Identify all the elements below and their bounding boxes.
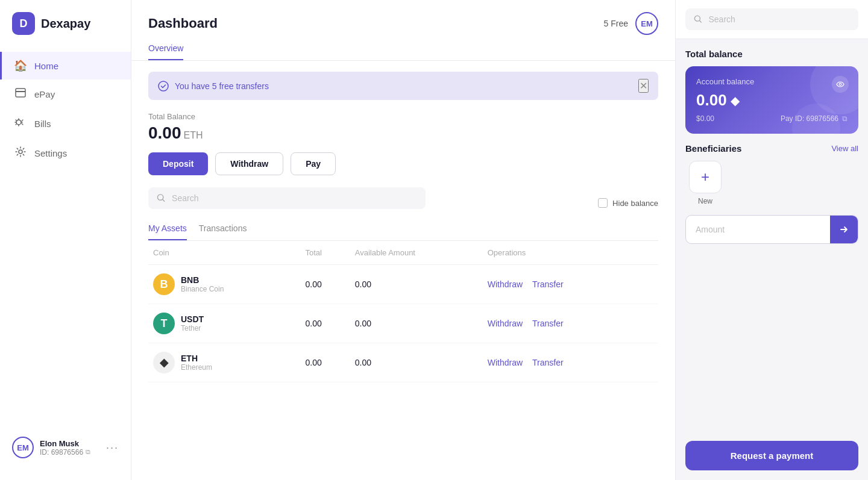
right-search-inner [685,8,858,30]
home-icon: 🏠 [14,59,27,72]
beneficiaries-title: Beneficiaries [685,143,741,154]
copy-id-icon[interactable]: ⧉ [86,448,90,456]
right-search-section [676,0,868,39]
beneficiaries-header: Beneficiaries View all [685,143,858,154]
nav-label-epay: ePay [34,89,55,99]
sidebar: D Dexapay 🏠 Home ePay Bills Settings [0,0,131,480]
amount-section [685,215,858,244]
coin-cell: B BNB Binance Coin [153,273,295,295]
tab-overview[interactable]: Overview [148,43,183,60]
nav-label-bills: Bills [34,119,51,129]
beneficiaries-section: Beneficiaries View all + New [685,143,858,205]
svg-point-7 [839,83,841,86]
add-beneficiary-button[interactable]: + [689,161,722,193]
balance-card: Account balance 0.00 ◆ $0.00 Pay ID: 698… [685,66,858,134]
user-name: Elon Musk [40,439,100,448]
coin-total: 0.00 [300,304,350,343]
search-bar [148,187,426,209]
copy-payid-icon[interactable]: ⧉ [842,114,848,123]
tab-my-assets[interactable]: My Assets [148,223,187,240]
pay-button[interactable]: Pay [291,152,336,175]
withdraw-link-bnb[interactable]: Withdraw [488,279,523,289]
card-amount: 0.00 [696,91,727,110]
col-available: Available Amount [350,241,483,265]
withdraw-button[interactable]: Withdraw [215,152,283,175]
tab-transactions[interactable]: Transactions [199,223,247,240]
table-row: ◆ ETH Ethereum 0.00 0.00 Withdraw Transf… [148,343,658,382]
amount-input-row [685,215,858,244]
total-balance-label: Total Balance [148,112,658,121]
search-icon [157,193,166,203]
header-avatar[interactable]: EM [635,12,658,35]
coin-fullname: Ethereum [181,363,212,372]
amount-input[interactable] [686,216,830,243]
right-total-balance-title: Total balance [685,49,858,59]
col-total: Total [300,241,350,265]
card-label: Account balance [696,77,848,86]
balance-currency: ETH [184,130,203,140]
coin-fullname: Binance Coin [181,285,224,293]
search-input[interactable] [172,193,417,203]
request-payment-button[interactable]: Request a payment [685,441,858,470]
sidebar-item-bills[interactable]: Bills [0,109,131,139]
svg-rect-1 [16,91,25,92]
hide-balance-checkbox[interactable] [598,198,608,208]
card-usd: $0.00 [696,114,714,123]
coin-available: 0.00 [350,304,483,343]
amount-submit-button[interactable] [830,216,858,243]
transfer-link-usdt[interactable]: Transfer [532,319,564,328]
table-row: B BNB Binance Coin 0.00 0.00 Withdraw Tr… [148,265,658,304]
col-operations: Operations [483,241,658,265]
check-circle-icon [158,81,169,92]
view-all-link[interactable]: View all [831,144,858,153]
free-transfers-banner: You have 5 free transfers ✕ [148,72,658,100]
table-row: T USDT Tether 0.00 0.00 Withdraw Transfe… [148,304,658,343]
coin-name: BNB [181,275,224,285]
main-tabs: Overview [131,35,675,61]
nav-label-settings: Settings [34,148,67,158]
svg-point-2 [16,120,21,125]
sidebar-footer: EM Elon Musk ID: 69876566 ⧉ ··· [0,427,131,468]
right-panel: Total balance Account balance 0.00 ◆ $0.… [675,0,868,480]
new-label: New [698,197,712,205]
sidebar-item-home[interactable]: 🏠 Home [0,52,131,79]
app-name: Dexapay [41,17,90,31]
svg-point-3 [19,150,22,154]
page-title: Dashboard [148,16,218,31]
nav-label-home: Home [34,61,58,71]
table-header: Coin Total Available Amount Operations [148,241,658,265]
card-footer: $0.00 Pay ID: 69876566 ⧉ [696,114,848,123]
svg-point-4 [159,81,168,91]
assets-tabs: My Assets Transactions [148,223,658,241]
coin-logo-bnb: B [153,273,175,295]
banner-close-button[interactable]: ✕ [638,79,649,93]
logo: D Dexapay [0,12,131,52]
banner-content: You have 5 free transfers [158,81,269,92]
right-search-input[interactable] [708,14,850,24]
coin-total: 0.00 [300,265,350,304]
sidebar-item-settings[interactable]: Settings [0,139,131,168]
user-avatar: EM [12,437,34,458]
transfer-link-eth[interactable]: Transfer [532,358,564,367]
epay-icon [14,87,27,102]
hide-balance-toggle[interactable]: Hide balance [598,198,658,208]
coin-available: 0.00 [350,265,483,304]
user-info: Elon Musk ID: 69876566 ⧉ [40,439,100,457]
main-header: Dashboard 5 Free EM [131,0,675,35]
coin-operations: Withdraw Transfer [483,304,658,343]
withdraw-link-usdt[interactable]: Withdraw [488,319,523,328]
filter-row: Hide balance [148,187,658,219]
transfer-link-bnb[interactable]: Transfer [532,279,564,289]
nav: 🏠 Home ePay Bills Settings [0,52,131,168]
coin-logo-eth: ◆ [153,352,175,373]
withdraw-link-eth[interactable]: Withdraw [488,358,523,367]
new-beneficiary: + New [685,161,725,205]
more-options-button[interactable]: ··· [106,441,119,454]
toggle-visibility-button[interactable] [832,76,849,93]
coin-cell: T USDT Tether [153,313,295,334]
coin-logo-usdt: T [153,313,175,334]
deposit-button[interactable]: Deposit [148,152,208,175]
action-buttons: Deposit Withdraw Pay [148,152,658,175]
user-id: ID: 69876566 ⧉ [40,448,100,457]
sidebar-item-epay[interactable]: ePay [0,79,131,109]
